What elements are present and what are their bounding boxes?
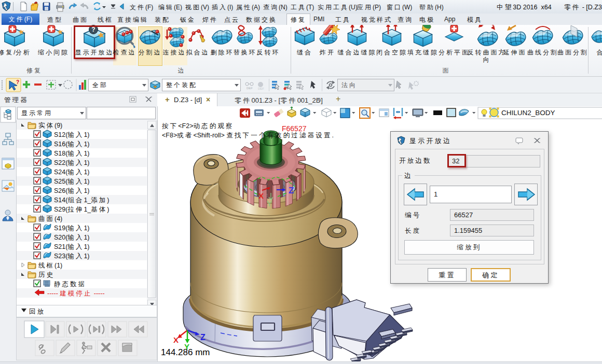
svg-text:静态数据: 静态数据 bbox=[54, 281, 86, 288]
svg-text:Y: Y bbox=[267, 199, 272, 208]
svg-text:S22(输入1): S22(输入1) bbox=[54, 159, 90, 166]
svg-text:S20(输入1): S20(输入1) bbox=[54, 234, 90, 241]
svg-text:线框(1): 线框(1) bbox=[38, 262, 62, 269]
svg-text:S14(组合1_添加): S14(组合1_添加) bbox=[54, 197, 109, 204]
svg-text:----- 建模停止 -----: ----- 建模停止 ----- bbox=[47, 290, 105, 297]
svg-text:S29(拉伸1_基体): S29(拉伸1_基体) bbox=[54, 206, 109, 213]
svg-text:?: ? bbox=[16, 79, 19, 85]
svg-text:历史: 历史 bbox=[38, 271, 54, 278]
svg-text:S12(输入1): S12(输入1) bbox=[54, 131, 90, 138]
svg-text:S23(输入1): S23(输入1) bbox=[54, 253, 90, 260]
svg-text:S26(输入1): S26(输入1) bbox=[54, 187, 90, 194]
svg-text:S25(输入1): S25(输入1) bbox=[54, 178, 90, 185]
svg-text:Z: Z bbox=[200, 333, 206, 342]
svg-text:实体(9): 实体(9) bbox=[38, 122, 62, 129]
svg-text:S19(输入1): S19(输入1) bbox=[54, 225, 90, 232]
svg-text:DEF: DEF bbox=[247, 87, 253, 90]
svg-text:曲面(4): 曲面(4) bbox=[38, 215, 62, 222]
svg-text:X: X bbox=[173, 335, 179, 344]
svg-text:DEF: DEF bbox=[258, 87, 264, 90]
svg-text:S18(输入1): S18(输入1) bbox=[54, 150, 90, 157]
svg-text:S16(输入1): S16(输入1) bbox=[54, 141, 90, 148]
svg-text:S21(输入1): S21(输入1) bbox=[54, 243, 90, 250]
svg-text:Z: Z bbox=[289, 186, 294, 195]
svg-text:S24(输入1): S24(输入1) bbox=[54, 169, 90, 176]
svg-text:X: X bbox=[258, 191, 264, 200]
svg-text:CHILUN2_BODY: CHILUN2_BODY bbox=[501, 109, 555, 117]
